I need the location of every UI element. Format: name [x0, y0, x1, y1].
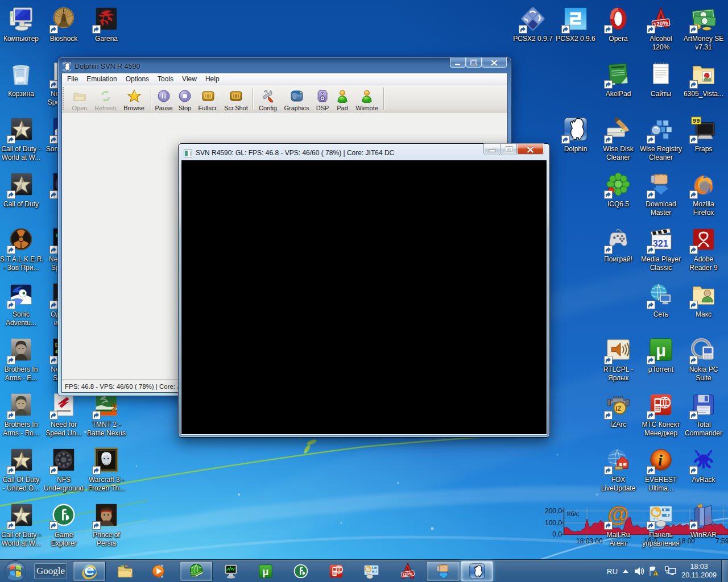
svg-text:2: 2 — [111, 402, 118, 414]
svg-text:99: 99 — [693, 118, 700, 124]
svg-text:200,0: 200,0 — [545, 507, 562, 515]
svg-text:!: ! — [655, 572, 656, 576]
svg-text:μ: μ — [263, 566, 269, 577]
svg-text:Кб/с: Кб/с — [567, 510, 580, 517]
svg-text:0,0: 0,0 — [552, 530, 562, 538]
svg-text:100,0: 100,0 — [545, 519, 562, 527]
svg-text:IZ: IZ — [615, 405, 621, 412]
svg-text:μ: μ — [656, 342, 666, 360]
svg-text:i: i — [658, 452, 663, 469]
